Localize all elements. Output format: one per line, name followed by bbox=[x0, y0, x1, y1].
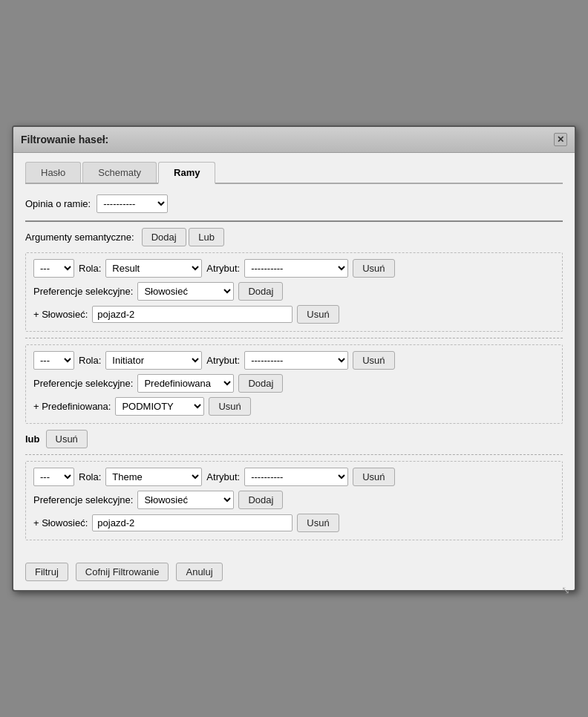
rola-label-1: Rola: bbox=[79, 263, 101, 274]
atrybut-select-2[interactable]: ---------- Opcja1 Opcja2 bbox=[244, 351, 348, 370]
plus-prefix-3: + Słowosieć: bbox=[33, 517, 88, 528]
separator-main bbox=[25, 220, 563, 222]
sem-arg-row-1: --- + - Rola: Result Initiator Theme Age… bbox=[33, 259, 555, 278]
pref-row-2: Preferencje selekcyjne: Słowosieć Predef… bbox=[33, 374, 555, 393]
sem-arg-block-3: --- + - Rola: Result Initiator Theme Age… bbox=[25, 461, 563, 540]
pref-select-1[interactable]: Słowosieć Predefiniowana Brak bbox=[137, 282, 234, 301]
rola-select-3[interactable]: Result Initiator Theme Agent Patient bbox=[105, 468, 202, 486]
opinia-row: Opinia o ramie: ---------- Pozytywna Neg… bbox=[25, 194, 563, 213]
plus-usun-button-3[interactable]: Usuń bbox=[297, 514, 339, 532]
atrybut-select-3[interactable]: ---------- Opcja1 Opcja2 bbox=[244, 468, 348, 486]
opinia-select[interactable]: ---------- Pozytywna Negatywna bbox=[97, 194, 168, 213]
usun-button-3[interactable]: Usuń bbox=[353, 468, 394, 486]
argumenty-lub-button[interactable]: Lub bbox=[189, 228, 224, 246]
rola-select-1[interactable]: Result Initiator Theme Agent Patient bbox=[105, 259, 202, 278]
plus-row-3: + Słowosieć: Usuń bbox=[33, 514, 555, 532]
pref-dodaj-button-2[interactable]: Dodaj bbox=[238, 374, 283, 393]
sem-arg-block-1: --- + - Rola: Result Initiator Theme Age… bbox=[25, 252, 563, 332]
qualifier-select-3[interactable]: --- + - bbox=[33, 468, 74, 486]
rola-label-2: Rola: bbox=[79, 355, 101, 366]
pref-dodaj-button-3[interactable]: Dodaj bbox=[238, 491, 283, 509]
rola-label-3: Rola: bbox=[79, 471, 101, 482]
dialog-title: Filtrowanie haseł: bbox=[21, 134, 108, 145]
opinia-label: Opinia o ramie: bbox=[25, 198, 91, 209]
close-button[interactable]: ✕ bbox=[554, 133, 567, 146]
lub-row: lub Usuń bbox=[25, 430, 563, 448]
plus-usun-button-2[interactable]: Usuń bbox=[209, 397, 250, 416]
pref-select-3[interactable]: Słowosieć Predefiniowana Brak bbox=[137, 491, 234, 509]
dialog-body: Hasło Schematy Ramy Opinia o ramie: ----… bbox=[13, 153, 575, 555]
atrybut-label-1: Atrybut: bbox=[206, 263, 240, 274]
resize-indicator: ⤡ bbox=[561, 584, 570, 596]
argumenty-row: Argumenty semantyczne: Dodaj Lub bbox=[25, 228, 563, 246]
pref-row-1: Preferencje selekcyjne: Słowosieć Predef… bbox=[33, 282, 555, 301]
pref-row-3: Preferencje selekcyjne: Słowosieć Predef… bbox=[33, 491, 555, 509]
pref-label-2: Preferencje selekcyjne: bbox=[33, 378, 133, 389]
argumenty-dodaj-button[interactable]: Dodaj bbox=[142, 228, 186, 246]
anuluj-button[interactable]: Anuluj bbox=[176, 563, 222, 581]
tab-ramy[interactable]: Ramy bbox=[158, 162, 215, 184]
usun-button-1[interactable]: Usuń bbox=[353, 259, 394, 278]
qualifier-select-2[interactable]: --- + - bbox=[33, 351, 74, 370]
filtruj-button[interactable]: Filtruj bbox=[25, 563, 68, 581]
plus-usun-button-1[interactable]: Usuń bbox=[297, 305, 339, 324]
dialog-footer: Filtruj Cofnij Filtrowanie Anuluj bbox=[13, 555, 575, 590]
sem-arg-block-2: --- + - Rola: Result Initiator Theme Age… bbox=[25, 344, 563, 424]
lub-usun-button[interactable]: Usuń bbox=[46, 430, 88, 448]
pref-select-2[interactable]: Słowosieć Predefiniowana Brak bbox=[137, 374, 234, 393]
plus-row-2: + Predefiniowana: PODMIOTY OpcjaB Usuń bbox=[33, 397, 555, 416]
atrybut-label-3: Atrybut: bbox=[206, 471, 240, 482]
plus-input-3[interactable] bbox=[92, 514, 293, 531]
atrybut-label-2: Atrybut: bbox=[206, 355, 240, 366]
plus-input-1[interactable] bbox=[92, 306, 293, 323]
cofnij-button[interactable]: Cofnij Filtrowanie bbox=[76, 563, 169, 581]
plus-select-2[interactable]: PODMIOTY OpcjaB bbox=[115, 397, 204, 416]
qualifier-select-1[interactable]: --- + - bbox=[33, 259, 74, 278]
rola-select-2[interactable]: Result Initiator Theme Agent Patient bbox=[105, 351, 202, 370]
tab-haslo[interactable]: Hasło bbox=[25, 162, 81, 183]
pref-dodaj-button-1[interactable]: Dodaj bbox=[238, 282, 283, 301]
separator-dashed-1 bbox=[25, 338, 563, 338]
atrybut-select-1[interactable]: ---------- Opcja1 Opcja2 bbox=[244, 259, 348, 278]
pref-label-3: Preferencje selekcyjne: bbox=[33, 494, 133, 505]
dialog: Filtrowanie haseł: ✕ Hasło Schematy Ramy… bbox=[12, 125, 576, 592]
usun-button-2[interactable]: Usuń bbox=[353, 351, 394, 370]
tab-schematy[interactable]: Schematy bbox=[82, 162, 157, 183]
plus-row-1: + Słowosieć: Usuń bbox=[33, 305, 555, 324]
lub-label: lub bbox=[25, 433, 40, 445]
argumenty-label: Argumenty semantyczne: bbox=[25, 232, 134, 243]
plus-prefix-2: + Predefiniowana: bbox=[33, 401, 111, 412]
separator-dashed-2 bbox=[25, 454, 563, 455]
sem-arg-row-3: --- + - Rola: Result Initiator Theme Age… bbox=[33, 468, 555, 486]
titlebar: Filtrowanie haseł: ✕ bbox=[13, 127, 575, 153]
pref-label-1: Preferencje selekcyjne: bbox=[33, 286, 133, 297]
sem-arg-row-2: --- + - Rola: Result Initiator Theme Age… bbox=[33, 351, 555, 370]
tabs-container: Hasło Schematy Ramy bbox=[25, 162, 563, 184]
plus-prefix-1: + Słowosieć: bbox=[33, 309, 88, 320]
